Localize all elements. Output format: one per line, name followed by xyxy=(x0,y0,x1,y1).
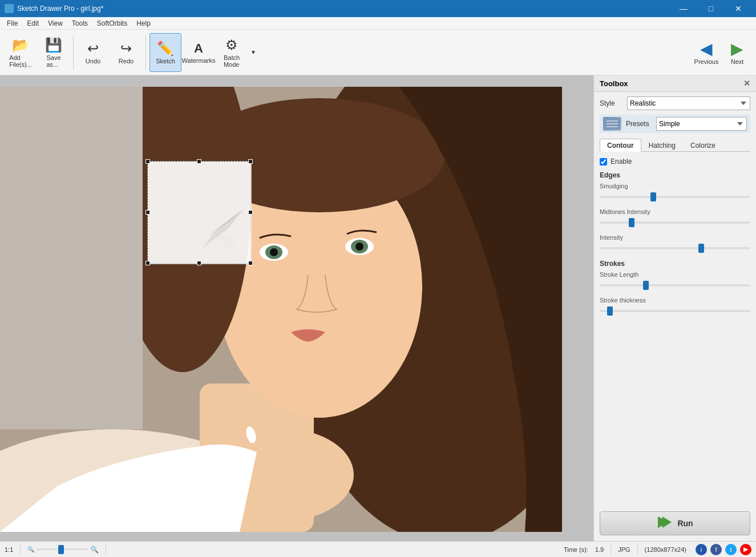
canvas-area[interactable] xyxy=(0,75,593,541)
youtube-icon[interactable]: ▶ xyxy=(740,544,751,555)
undo-button[interactable]: ↩ Undo xyxy=(77,33,109,72)
menu-file[interactable]: File xyxy=(2,18,22,29)
save-as-button[interactable]: 💾 Saveas... xyxy=(38,33,70,72)
smudging-label: Smudging xyxy=(600,183,750,189)
zoom-control: 🔍 🔍 xyxy=(27,546,99,554)
expand-button[interactable]: ▼ xyxy=(249,33,258,72)
next-button[interactable]: ▶ Next xyxy=(723,33,751,72)
toolbox-panel: Toolbox ✕ Style Realistic Artistic Carto… xyxy=(593,75,756,541)
maximize-button[interactable]: □ xyxy=(698,0,724,17)
menu-view[interactable]: View xyxy=(43,18,67,29)
selection-handle-ml[interactable] xyxy=(145,210,150,215)
time-value: 1.9 xyxy=(595,546,604,553)
sketch-icon: ✏️ xyxy=(157,41,174,56)
sketch-button[interactable]: ✏️ Sketch xyxy=(149,33,181,72)
status-sep-2 xyxy=(106,545,106,554)
undo-icon: ↩ xyxy=(87,41,99,56)
selection-handle-mr[interactable] xyxy=(248,210,253,215)
toolbar: 📂 AddFile(s)... 💾 Saveas... ↩ Undo ↪ Red… xyxy=(0,30,756,75)
style-label: Style xyxy=(600,99,622,107)
style-row: Style Realistic Artistic Cartoon xyxy=(600,96,750,110)
stroke-length-slider[interactable] xyxy=(600,284,750,286)
previous-icon: ◀ xyxy=(700,39,713,58)
redo-button[interactable]: ↪ Redo xyxy=(110,33,142,72)
status-sep-1 xyxy=(20,545,21,554)
close-button[interactable]: ✕ xyxy=(725,0,751,17)
toolbox-close-button[interactable]: ✕ xyxy=(743,79,750,88)
status-bar: 1:1 🔍 🔍 Time (s): 1.9 JPG (1280x877x24) … xyxy=(0,541,756,557)
zoom-slider[interactable] xyxy=(37,548,88,550)
tab-hatching[interactable]: Hatching xyxy=(641,139,683,152)
smudging-slider[interactable] xyxy=(600,196,750,198)
intensity-slider[interactable] xyxy=(600,247,750,249)
selection-handle-bm[interactable] xyxy=(197,261,201,265)
zoom-min-icon: 🔍 xyxy=(27,546,34,552)
svg-marker-36 xyxy=(662,516,672,528)
canvas-image xyxy=(0,87,562,532)
add-file-button[interactable]: 📂 AddFile(s)... xyxy=(5,33,37,72)
presets-row: Presets Simple Detailed Soft Hard xyxy=(600,115,750,133)
run-icon xyxy=(657,515,673,532)
save-icon: 💾 xyxy=(45,37,62,53)
midtones-group: Midtones Intensity xyxy=(600,208,750,228)
toolbox-title: Toolbox xyxy=(600,79,628,88)
next-icon: ▶ xyxy=(731,39,743,58)
presets-select[interactable]: Simple Detailed Soft Hard xyxy=(656,117,747,131)
run-label: Run xyxy=(677,519,693,528)
previous-button[interactable]: ◀ Previous xyxy=(692,33,721,72)
svg-rect-16 xyxy=(148,162,252,264)
expand-icon: ▼ xyxy=(250,49,256,55)
toolbox-body: Style Realistic Artistic Cartoon xyxy=(594,92,756,506)
redo-label: Redo xyxy=(119,58,134,64)
selection-handle-bl[interactable] xyxy=(145,261,150,265)
enable-label: Enable xyxy=(611,158,632,166)
tab-colorize[interactable]: Colorize xyxy=(683,139,723,152)
main-content: Toolbox ✕ Style Realistic Artistic Carto… xyxy=(0,75,756,541)
window-controls: — □ ✕ xyxy=(670,0,751,17)
edges-title: Edges xyxy=(600,171,750,179)
minimize-button[interactable]: — xyxy=(670,0,697,17)
menu-tools[interactable]: Tools xyxy=(67,18,92,29)
run-button[interactable]: Run xyxy=(600,511,750,535)
add-file-label: AddFile(s)... xyxy=(9,54,32,68)
enable-row: Enable xyxy=(600,158,750,166)
undo-label: Undo xyxy=(86,58,100,64)
stroke-thickness-group: Stroke thickness xyxy=(600,297,750,317)
selection-handle-br[interactable] xyxy=(248,261,253,265)
selection-handle-tm[interactable] xyxy=(197,159,201,164)
twitter-icon[interactable]: t xyxy=(725,544,737,555)
tab-contour[interactable]: Contour xyxy=(600,139,641,152)
previous-label: Previous xyxy=(694,58,719,65)
format-label: JPG xyxy=(618,546,630,553)
watermarks-icon: A xyxy=(194,41,203,56)
run-button-container: Run xyxy=(594,506,756,541)
status-sep-3 xyxy=(611,545,611,554)
watermarks-label: Watermarks xyxy=(182,57,216,64)
selection-handle-tl[interactable] xyxy=(145,159,150,164)
selection-rectangle[interactable] xyxy=(147,161,251,264)
menu-softorbits[interactable]: SoftOrbits xyxy=(92,18,132,29)
info-icon[interactable]: i xyxy=(696,544,707,555)
batch-mode-button[interactable]: ⚙ BatchMode xyxy=(216,33,248,72)
nav-area: ◀ Previous ▶ Next xyxy=(692,33,751,72)
tabs: Contour Hatching Colorize xyxy=(600,139,750,152)
redo-icon: ↪ xyxy=(120,41,132,56)
add-file-icon: 📂 xyxy=(12,37,29,53)
sketch-label: Sketch xyxy=(156,58,175,64)
stroke-thickness-slider[interactable] xyxy=(600,310,750,312)
enable-checkbox[interactable] xyxy=(600,158,607,166)
stroke-length-group: Stroke Length xyxy=(600,271,750,291)
style-select[interactable]: Realistic Artistic Cartoon xyxy=(627,96,750,110)
menu-help[interactable]: Help xyxy=(132,18,155,29)
time-label: Time (s): xyxy=(564,546,588,553)
smudging-group: Smudging xyxy=(600,183,750,203)
watermarks-button[interactable]: A Watermarks xyxy=(183,33,215,72)
menu-edit[interactable]: Edit xyxy=(22,18,43,29)
strokes-title: Strokes xyxy=(600,260,750,268)
window-title: Sketch Drawer Pro - girl.jpg* xyxy=(17,5,103,13)
midtones-slider[interactable] xyxy=(600,221,750,224)
next-label: Next xyxy=(731,58,744,65)
dimensions-label: (1280x877x24) xyxy=(645,546,686,553)
selection-handle-tr[interactable] xyxy=(248,159,253,164)
facebook-icon[interactable]: f xyxy=(710,544,722,555)
